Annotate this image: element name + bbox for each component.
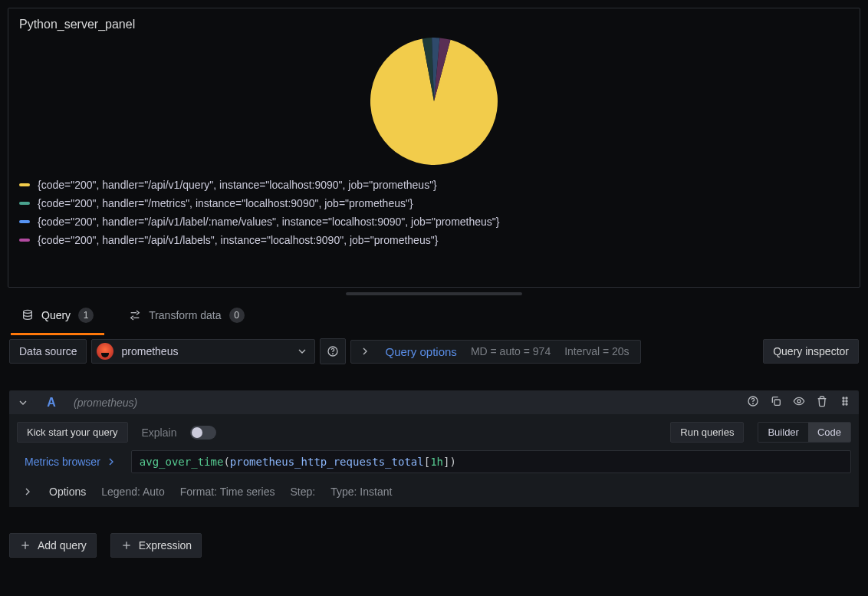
- datasource-help-button[interactable]: [320, 338, 346, 364]
- add-expression-button[interactable]: Expression: [110, 533, 202, 558]
- resize-handle[interactable]: [346, 292, 522, 295]
- help-icon: [747, 395, 759, 407]
- tab-count: 0: [229, 308, 245, 323]
- query-ref-id: A: [40, 396, 63, 410]
- footer-actions: Add query Expression: [9, 533, 859, 558]
- svg-point-7: [843, 397, 844, 399]
- panel-title: Python_server_panel: [19, 18, 849, 31]
- legend-list: {code="200", handler="/api/v1/query", in…: [19, 176, 849, 249]
- query-options-row: Options Legend: Auto Format: Time series…: [17, 481, 851, 498]
- collapse-toggle[interactable]: [17, 397, 29, 409]
- legend-swatch: [19, 239, 30, 242]
- query-options-interval: Interval = 20s: [564, 345, 629, 357]
- svg-point-6: [797, 400, 801, 403]
- query-options-label: Query options: [385, 345, 456, 358]
- mode-code[interactable]: Code: [808, 423, 850, 442]
- delete-query-button[interactable]: [816, 395, 828, 410]
- svg-point-12: [846, 403, 847, 405]
- prometheus-icon: [97, 343, 113, 360]
- chevron-right-icon[interactable]: [21, 486, 34, 498]
- svg-point-4: [753, 403, 754, 404]
- tab-label: Transform data: [149, 309, 221, 321]
- svg-point-11: [843, 403, 844, 405]
- database-icon: [21, 309, 34, 321]
- legend-item[interactable]: {code="200", handler="/api/v1/labels", i…: [19, 231, 849, 249]
- metrics-browser-label: Metrics browser: [25, 456, 100, 468]
- svg-point-10: [846, 400, 847, 402]
- transform-icon: [129, 309, 141, 321]
- panel: Python_server_panel {code="200", handler…: [8, 8, 860, 288]
- chevron-right-icon: [359, 345, 371, 357]
- run-queries-button[interactable]: Run queries: [670, 422, 744, 443]
- datasource-value: prometheus: [121, 345, 178, 357]
- grip-icon: [839, 395, 851, 407]
- chevron-right-icon: [105, 456, 117, 468]
- query-inspector-button[interactable]: Query inspector: [763, 339, 859, 364]
- plus-icon: [19, 539, 31, 552]
- legend-swatch: [19, 202, 30, 205]
- tab-label: Query: [41, 309, 71, 321]
- metrics-browser-button[interactable]: Metrics browser: [17, 450, 125, 473]
- query-actions: [747, 395, 851, 410]
- svg-point-8: [846, 397, 847, 399]
- kick-start-button[interactable]: Kick start your query: [17, 422, 128, 443]
- legend-item[interactable]: {code="200", handler="/api/v1/query", in…: [19, 176, 849, 194]
- help-icon: [327, 345, 339, 357]
- options-title[interactable]: Options: [49, 486, 86, 498]
- legend-label: {code="200", handler="/api/v1/label/:nam…: [38, 216, 500, 228]
- query-ds-hint: (prometheus): [74, 397, 137, 409]
- query-options[interactable]: Query options MD = auto = 974 Interval =…: [350, 340, 640, 364]
- query-body: Kick start your query Explain Run querie…: [9, 414, 859, 507]
- datasource-label: Data source: [9, 339, 87, 364]
- query-row: A (prometheus) Kick start your query Exp…: [9, 390, 859, 507]
- pie-svg: [370, 38, 498, 165]
- mode-segment: Builder Code: [758, 422, 851, 443]
- tabs: Query 1 Transform data 0: [8, 297, 860, 335]
- svg-rect-5: [774, 400, 780, 405]
- option-legend: Legend: Auto: [101, 486, 165, 498]
- query-options-md: MD = auto = 974: [471, 345, 551, 357]
- explain-label: Explain: [142, 426, 177, 439]
- tab-transform[interactable]: Transform data 0: [118, 297, 255, 335]
- mode-builder[interactable]: Builder: [758, 423, 807, 442]
- tab-query[interactable]: Query 1: [11, 297, 104, 335]
- query-toolbar: Kick start your query Explain Run querie…: [17, 422, 851, 443]
- add-query-label: Add query: [38, 539, 87, 552]
- legend-item[interactable]: {code="200", handler="/api/v1/label/:nam…: [19, 212, 849, 231]
- option-type: Type: Instant: [330, 486, 392, 498]
- query-header: A (prometheus): [9, 390, 859, 414]
- drag-handle-button[interactable]: [839, 395, 851, 410]
- code-row: Metrics browser avg_over_time(prometheus…: [17, 450, 851, 473]
- svg-point-2: [333, 354, 334, 354]
- trash-icon: [816, 395, 828, 407]
- add-expression-label: Expression: [139, 539, 192, 552]
- add-query-button[interactable]: Add query: [9, 533, 97, 558]
- legend-label: {code="200", handler="/api/v1/labels", i…: [38, 234, 438, 246]
- datasource-select[interactable]: prometheus: [91, 339, 315, 364]
- chevron-down-icon: [296, 345, 308, 357]
- svg-point-0: [24, 310, 32, 313]
- datasource-bar: Data source prometheus Query options MD …: [8, 338, 860, 364]
- toggle-visibility-button[interactable]: [793, 395, 805, 410]
- legend-swatch: [19, 183, 30, 186]
- legend-label: {code="200", handler="/api/v1/query", in…: [38, 179, 437, 191]
- pie-chart: [19, 38, 849, 165]
- svg-point-9: [843, 400, 844, 402]
- option-step: Step:: [290, 486, 315, 498]
- explain-toggle[interactable]: [190, 426, 216, 440]
- query-help-button[interactable]: [747, 395, 759, 410]
- legend-item[interactable]: {code="200", handler="/metrics", instanc…: [19, 194, 849, 212]
- query-code-input[interactable]: avg_over_time(prometheus_http_requests_t…: [131, 450, 851, 473]
- plus-icon: [120, 539, 133, 552]
- duplicate-query-button[interactable]: [770, 395, 782, 410]
- legend-swatch: [19, 220, 30, 223]
- tab-count: 1: [78, 308, 94, 323]
- legend-label: {code="200", handler="/metrics", instanc…: [38, 197, 413, 209]
- copy-icon: [770, 395, 782, 407]
- option-format: Format: Time series: [180, 486, 275, 498]
- eye-icon: [793, 395, 805, 407]
